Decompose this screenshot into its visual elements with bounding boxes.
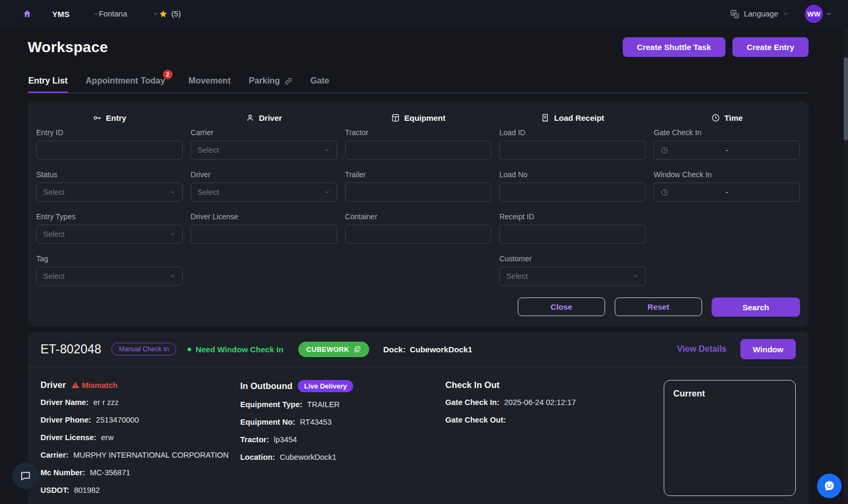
tab-parking-label: Parking	[249, 76, 280, 86]
window-check-in-label: Window Check In	[654, 170, 800, 179]
filter-column-driver: Driver Carrier Select Driver Select	[191, 110, 337, 296]
filter-panel: Entry Entry ID Status Select Entry Types	[28, 102, 809, 326]
tab-movement-label: Movement	[189, 76, 231, 86]
status-dot-icon	[187, 348, 191, 351]
current-box: Current	[664, 380, 796, 496]
receipt-id-input[interactable]	[499, 225, 646, 244]
chevron-down-icon	[169, 273, 176, 279]
gate-check-in-label: Gate Check In	[654, 128, 800, 137]
chevron-down-icon	[169, 231, 176, 237]
entry-types-label: Entry Types	[36, 212, 183, 221]
driver-select[interactable]: Select	[191, 183, 337, 202]
tab-appointment-today-label: Appointment Today	[86, 76, 165, 86]
view-details-link[interactable]: View Details	[677, 344, 727, 354]
load-id-input[interactable]	[499, 141, 646, 160]
link-icon	[284, 77, 292, 85]
filter-group-time: Time	[654, 110, 800, 125]
filter-column-entry: Entry Entry ID Status Select Entry Types	[36, 110, 183, 296]
favorites[interactable]: (5)	[159, 10, 181, 19]
equipment-icon	[391, 113, 400, 122]
feedback-chat-button[interactable]	[12, 462, 39, 489]
chevron-down-icon	[632, 273, 639, 279]
load-no-input[interactable]	[499, 183, 646, 202]
entry-card: ET-802048 Manual Check In Need Window Ch…	[28, 332, 809, 504]
page-title: Workspace	[28, 39, 108, 56]
tractor-input[interactable]	[345, 141, 492, 160]
svg-text:A: A	[736, 14, 738, 17]
chevron-down-icon	[782, 11, 789, 17]
status-label: Status	[36, 170, 183, 179]
tractor-label: Tractor	[345, 128, 492, 137]
chevron-down-icon	[826, 11, 832, 17]
receipt-icon	[541, 113, 550, 122]
trailer-label: Trailer	[345, 170, 492, 179]
manual-check-in-badge: Manual Check In	[111, 343, 176, 356]
tag-select[interactable]: Select	[36, 267, 183, 286]
top-navbar: YMS Fontana (5) G A Language WW	[0, 0, 848, 28]
tractor-row: Tractor:lp3454	[240, 435, 445, 444]
driver-section-title: Driver	[40, 380, 66, 390]
tab-entry-list[interactable]: Entry List	[28, 71, 68, 93]
check-in-out-section: Check In Out Gate Check In:2025-06-24 02…	[445, 380, 653, 503]
status-select[interactable]: Select	[36, 183, 183, 202]
scrollbar-track[interactable]	[844, 28, 848, 504]
clock-icon	[711, 113, 720, 122]
location-row: Location:CubeworkDock1	[240, 453, 445, 461]
driver-section: Driver Mismatch Driver Name:er r zzz Dri…	[40, 380, 240, 503]
create-shuttle-task-button[interactable]: Create Shuttle Task	[623, 37, 725, 57]
gate-check-out-row: Gate Check Out:	[445, 416, 653, 424]
language-label: Language	[744, 10, 778, 18]
company-badge-button[interactable]: CUBEWORK	[298, 342, 369, 357]
entry-id-input[interactable]	[36, 141, 183, 160]
chevron-down-icon	[324, 189, 330, 195]
chat-bubble-icon	[20, 470, 31, 482]
app-switcher[interactable]: YMS	[52, 10, 99, 19]
entry-status: Need Window Check In	[187, 345, 283, 354]
star-icon	[159, 10, 168, 19]
entry-card-header: ET-802048 Manual Check In Need Window Ch…	[28, 332, 809, 367]
driver-license-input[interactable]	[191, 225, 337, 244]
create-entry-button[interactable]: Create Entry	[732, 37, 809, 57]
chevron-down-icon	[169, 189, 176, 195]
trailer-input[interactable]	[345, 183, 492, 202]
search-button[interactable]: Search	[712, 298, 800, 317]
tab-parking[interactable]: Parking	[248, 71, 293, 93]
home-button[interactable]	[22, 9, 32, 19]
home-icon	[22, 9, 32, 19]
app-name: YMS	[52, 10, 70, 19]
avatar: WW	[805, 5, 823, 23]
reset-button[interactable]: Reset	[615, 298, 702, 316]
scrollbar-thumb[interactable]	[844, 57, 848, 141]
entry-id: ET-802048	[40, 342, 101, 357]
clock-icon	[661, 146, 668, 154]
filter-group-entry: Entry	[36, 110, 183, 125]
entry-card-body: Driver Mismatch Driver Name:er r zzz Dri…	[28, 367, 809, 504]
driver-license-row: Driver License:erw	[40, 433, 240, 442]
user-menu[interactable]: WW	[805, 5, 832, 23]
site-switcher[interactable]: Fontana	[99, 10, 159, 18]
entry-types-select[interactable]: Select	[36, 225, 183, 244]
container-input[interactable]	[345, 225, 492, 244]
carrier-select[interactable]: Select	[191, 141, 337, 160]
translate-icon: G A	[730, 10, 739, 19]
tab-gate[interactable]: Gate	[310, 71, 330, 93]
carrier-row: Carrier:MURPHY INTERNATIONAL CORPORATION	[40, 451, 240, 459]
window-button[interactable]: Window	[740, 339, 796, 359]
close-button[interactable]: Close	[518, 298, 605, 316]
language-menu[interactable]: G A Language	[730, 10, 789, 19]
customer-select[interactable]: Select	[499, 267, 646, 286]
tab-appointment-today[interactable]: Appointment Today 2	[85, 71, 166, 93]
container-label: Container	[345, 212, 492, 221]
clock-icon	[661, 188, 668, 196]
load-no-label: Load No	[499, 170, 646, 179]
support-chat-widget-button[interactable]	[817, 474, 842, 498]
dock-info: Dock: CubeworkDock1	[383, 345, 472, 354]
chevron-down-icon	[93, 11, 99, 17]
filter-column-load-receipt: Load Receipt Load ID Load No Receipt ID …	[499, 110, 646, 296]
filter-column-time: Time Gate Check In - Window Check In	[654, 110, 800, 296]
driver-phone-row: Driver Phone:2513470000	[40, 416, 240, 424]
filter-column-equipment: Equipment Tractor Trailer Container	[345, 110, 492, 296]
tab-movement[interactable]: Movement	[188, 71, 231, 93]
gate-check-in-range-picker[interactable]: -	[654, 141, 800, 160]
window-check-in-range-picker[interactable]: -	[654, 183, 800, 202]
